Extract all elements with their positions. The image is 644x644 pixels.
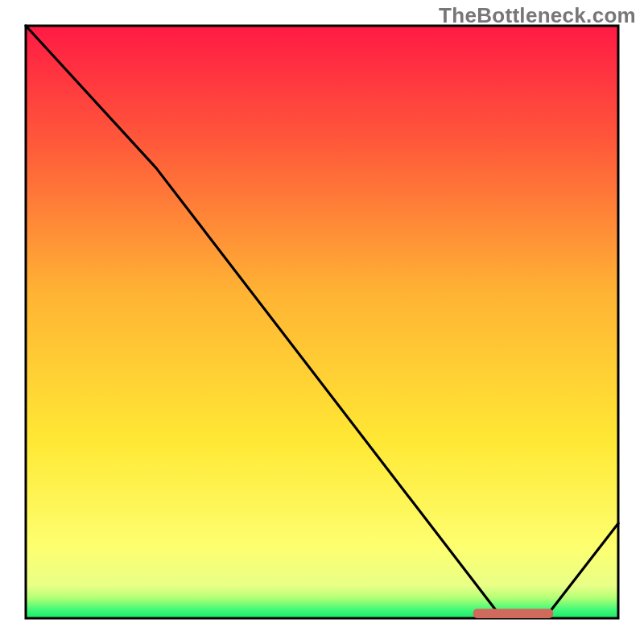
bottleneck-chart: [0, 0, 644, 644]
optimal-range-marker: [473, 609, 553, 618]
watermark-text: TheBottleneck.com: [439, 3, 636, 28]
plot-background: [26, 26, 618, 618]
